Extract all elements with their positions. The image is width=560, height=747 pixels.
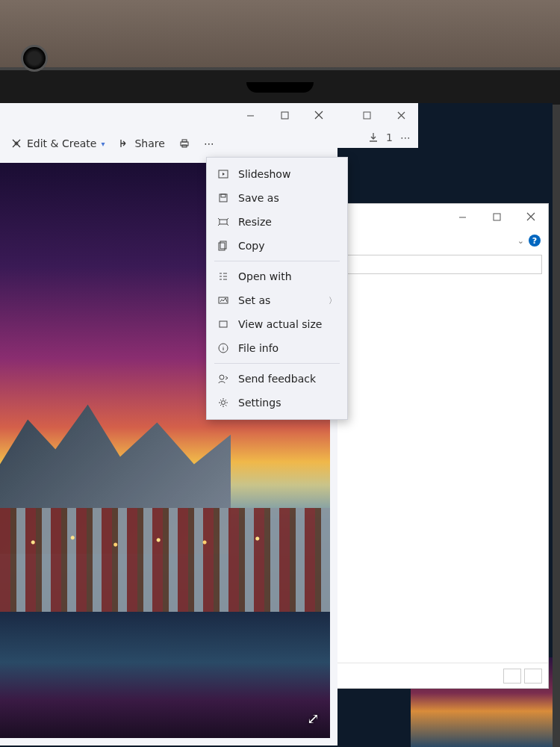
menu-item-label: Settings: [238, 397, 281, 409]
print-button[interactable]: [174, 134, 195, 152]
photos-maximize-button[interactable]: [267, 103, 302, 127]
actualsize-icon: [217, 319, 229, 329]
photos-toolbar: Edit & Create ▾ Share ⋯: [0, 128, 337, 158]
setas-icon: [217, 295, 229, 306]
svg-point-19: [222, 401, 225, 405]
laptop-notch: [246, 82, 314, 93]
photos-titlebar: [0, 103, 337, 128]
info-icon: [217, 343, 229, 353]
svg-point-18: [220, 375, 224, 379]
svg-rect-4: [281, 112, 288, 119]
help-button[interactable]: ?: [529, 235, 541, 247]
share-label: Share: [134, 137, 164, 149]
settings-icon: [217, 397, 229, 408]
menu-item-label: File info: [238, 342, 279, 354]
photos-close-button[interactable]: [302, 103, 336, 127]
menu-item-label: Resize: [238, 216, 272, 228]
bg-close-button[interactable]: [384, 103, 418, 127]
svg-rect-12: [220, 220, 227, 224]
explorer-footer: [333, 663, 548, 688]
menu-item-label: Set as: [238, 294, 270, 306]
explorer-close-button[interactable]: [514, 205, 548, 229]
explorer-window: ⌄ ?: [332, 203, 549, 689]
feedback-icon: [217, 374, 229, 384]
svg-rect-0: [364, 112, 370, 119]
menu-item-label: Send feedback: [238, 373, 316, 385]
copy-icon: [217, 241, 229, 251]
menu-item-label: View actual size: [238, 318, 322, 330]
chevron-down-icon: ▾: [101, 140, 105, 148]
menu-resize[interactable]: Resize: [207, 210, 347, 234]
submenu-arrow-icon: 〉: [329, 295, 337, 306]
bg-maximize-button[interactable]: [349, 103, 384, 127]
share-button[interactable]: Share: [113, 134, 169, 152]
view-details-button[interactable]: [503, 669, 521, 684]
menu-open-with[interactable]: Open with: [207, 264, 347, 288]
save-icon: [217, 193, 229, 203]
menu-item-label: Slideshow: [238, 168, 290, 180]
openwith-icon: [217, 271, 229, 282]
edit-create-button[interactable]: Edit & Create ▾: [6, 134, 109, 152]
photos-minimize-button[interactable]: [233, 103, 267, 127]
menu-divider: [214, 363, 340, 364]
bg-toolbar-text: 1: [386, 131, 393, 143]
print-icon: [178, 137, 190, 149]
edit-icon: [10, 137, 22, 149]
explorer-content[interactable]: [333, 277, 548, 663]
svg-rect-2: [494, 214, 500, 220]
svg-rect-7: [182, 140, 187, 142]
menu-set-as[interactable]: Set as 〉: [207, 288, 347, 312]
explorer-titlebar: [333, 204, 548, 229]
menu-divider: [214, 261, 340, 261]
explorer-minimize-button[interactable]: [445, 205, 479, 229]
menu-item-label: Save as: [238, 192, 279, 204]
bg-more-button[interactable]: ⋯: [400, 131, 412, 143]
background-window: 1 ⋯: [329, 103, 418, 148]
menu-send-feedback[interactable]: Send feedback: [207, 367, 347, 391]
slideshow-icon: [217, 169, 229, 179]
svg-rect-11: [221, 194, 225, 197]
menu-settings[interactable]: Settings: [207, 391, 347, 415]
menu-view-actual-size[interactable]: View actual size: [207, 312, 347, 336]
edit-create-label: Edit & Create: [27, 137, 96, 149]
menu-save-as[interactable]: Save as: [207, 186, 347, 210]
more-context-menu: Slideshow Save as Resize Copy Open with: [206, 157, 348, 420]
explorer-maximize-button[interactable]: [479, 205, 514, 229]
view-thumbnails-button[interactable]: [524, 669, 542, 684]
menu-copy[interactable]: Copy: [207, 234, 347, 258]
explorer-address-bar[interactable]: [339, 255, 542, 274]
fullscreen-button[interactable]: ⤢: [307, 710, 320, 728]
chevron-down-icon[interactable]: ⌄: [517, 236, 524, 246]
menu-slideshow[interactable]: Slideshow: [207, 162, 347, 186]
menu-file-info[interactable]: File info: [207, 336, 347, 360]
photo-lights: [0, 519, 330, 565]
resize-icon: [217, 217, 229, 227]
screen-area: 1 ⋯ ⌄ ?: [0, 103, 553, 747]
svg-rect-16: [220, 321, 227, 327]
bg-download-icon[interactable]: [368, 132, 379, 143]
laptop-webcam: [21, 45, 48, 72]
share-icon: [118, 137, 130, 149]
more-button[interactable]: ⋯: [199, 134, 220, 152]
menu-item-label: Copy: [238, 240, 265, 252]
photo-water: [0, 612, 330, 738]
menu-item-label: Open with: [238, 270, 292, 282]
